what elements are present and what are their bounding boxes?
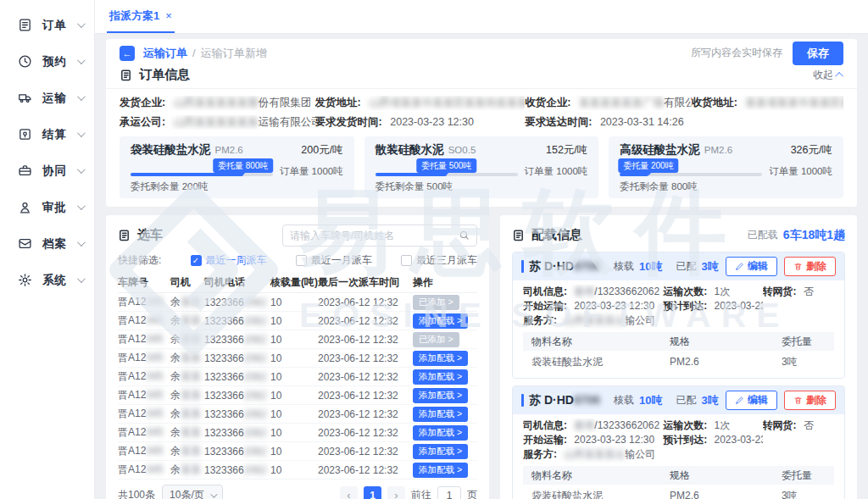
driver-cell: 余某某 <box>170 425 204 440</box>
filter-label: 最近一周派车 <box>206 253 267 268</box>
tab-dispatch-plan[interactable]: 指派方案1 × <box>107 0 175 33</box>
pair-label: 运输次数: <box>663 419 707 431</box>
material-column-header: 委托量 <box>782 335 826 349</box>
gear-icon <box>18 273 32 287</box>
add-load-button[interactable]: 添加配载 > <box>413 369 468 385</box>
sidebar: 订单 预约 运输 结算 协同 审批 档案 <box>0 0 95 499</box>
vehicle-plate: 苏 D·HD8706 <box>529 393 600 408</box>
column-header: 司机 <box>170 275 204 290</box>
archive-icon <box>18 236 32 251</box>
loaded-value: 3吨 <box>702 393 719 408</box>
sidebar-item-label: 审批 <box>42 200 67 215</box>
page-size-select[interactable]: 10条/页 <box>162 485 223 499</box>
driver-cell: 余某某 <box>170 388 204 402</box>
sidebar-item-6[interactable]: 审批 <box>0 189 94 225</box>
chevron-up-icon <box>835 71 843 80</box>
loaded-summary-value: 6车18吨1趟 <box>783 228 845 243</box>
capacity-cell: 10 <box>270 464 318 476</box>
order-quantity: 订单量 1000吨 <box>280 165 343 179</box>
order-field: 发货企业: 山西某某某某某股份有限集团 <box>120 96 315 110</box>
breadcrumb-current: 运输订单新增 <box>201 46 267 61</box>
load-info-pair: 开始运输: 2023-03-23 12:30 <box>523 433 663 447</box>
vehicle-search-input[interactable] <box>290 230 459 241</box>
chevron-down-icon <box>77 129 86 137</box>
sidebar-item-8[interactable]: 系统 <box>0 262 94 298</box>
vehicle-row: 晋A12345 余某某 13233662062 10 2023-06-12 12… <box>118 461 477 480</box>
sidebar-item-1[interactable]: 订单 <box>0 7 94 43</box>
capacity-value: 10吨 <box>639 259 662 274</box>
vehicle-plate: 苏 D·HD8706 <box>529 259 600 274</box>
goto-page-input[interactable] <box>437 486 461 499</box>
remaining-quantity: 委托剩余量 200吨 <box>131 180 343 193</box>
prev-page-button[interactable]: ‹ <box>340 486 358 499</box>
close-icon[interactable]: × <box>165 9 172 22</box>
add-load-button[interactable]: 添加配载 > <box>413 444 468 459</box>
sidebar-item-5[interactable]: 协同 <box>0 152 94 189</box>
material-column-header: 物料名称 <box>531 335 670 349</box>
delete-button[interactable]: 删除 <box>784 257 836 276</box>
chevron-down-icon <box>77 202 86 210</box>
filter-option-3[interactable]: 最近三月派车 <box>401 253 477 268</box>
plate-cell: 晋A12345 <box>118 444 170 458</box>
pair-value: 姜维/13233662062 <box>574 419 659 431</box>
checkbox-icon[interactable] <box>296 255 307 266</box>
breadcrumb-parent-link[interactable]: 运输订单 <box>143 46 187 61</box>
edit-button[interactable]: 编辑 <box>726 391 777 410</box>
sidebar-item-4[interactable]: 结算 <box>0 116 94 152</box>
clipboard-icon <box>120 69 132 81</box>
checkbox-icon[interactable]: ✓ <box>191 255 202 266</box>
search-icon[interactable] <box>459 230 470 241</box>
sidebar-item-2[interactable]: 预约 <box>0 43 94 80</box>
driver-cell: 余某某 <box>170 407 204 421</box>
column-header: 核载量(吨) <box>270 275 318 290</box>
add-load-button[interactable]: 添加配载 > <box>413 463 468 478</box>
order-info-card: ← 运输订单 / 运输订单新增 所写内容会实时保存 保存 订单信息 收起 <box>106 39 857 207</box>
add-load-button[interactable]: 添加配载 > <box>413 425 468 441</box>
vehicle-select-title: 选车 <box>137 227 163 243</box>
column-header: 车牌号 <box>118 275 170 290</box>
filter-label: 最近三月派车 <box>416 253 477 268</box>
action-cell: 添加配载 > <box>413 351 468 366</box>
load-info-pair: 司机信息: 姜维/13233662062 <box>523 285 663 299</box>
order-fields: 发货企业: 山西某某某某某股份有限集团 发货地址: 山西省某某市某某区某某街道某… <box>120 96 843 130</box>
bottom-panels: 选车 快捷筛选: ✓ 最近一周派车 最近一月派车 <box>106 215 857 499</box>
next-page-button[interactable]: › <box>387 486 405 499</box>
add-load-button[interactable]: 添加配载 > <box>413 313 468 329</box>
capacity-cell: 10 <box>270 297 318 308</box>
sidebar-item-7[interactable]: 档案 <box>0 225 94 262</box>
edit-button[interactable]: 编辑 <box>726 257 777 276</box>
current-page[interactable]: 1 <box>364 486 381 499</box>
add-load-button[interactable]: 添加配载 > <box>413 407 468 422</box>
vehicle-table-header: 车牌号司机司机电话核载量(吨)最后一次派车时间操作 <box>118 273 477 293</box>
order-quantity: 订单量 1000吨 <box>525 165 588 179</box>
collapse-toggle[interactable]: 收起 <box>813 68 843 82</box>
pair-value: 2023-03-23 12:30 <box>574 434 654 446</box>
filter-option-1[interactable]: ✓ 最近一周派车 <box>191 253 267 268</box>
load-info-pair: 运输次数: 1次 <box>663 419 762 433</box>
action-cell: 添加配载 > <box>413 407 468 422</box>
add-load-button[interactable]: 添加配载 > <box>413 388 468 403</box>
back-button[interactable]: ← <box>120 46 135 61</box>
pair-label: 开始运输: <box>523 434 567 446</box>
pair-label: 转网货: <box>763 419 797 431</box>
entrust-badge: 委托量 500吨 <box>416 158 476 173</box>
last-dispatch-cell: 2023-06-12 12:32 <box>318 352 413 364</box>
last-dispatch-cell: 2023-06-12 12:32 <box>318 371 413 383</box>
vehicle-row: 晋A12345 余某某 13233662062 10 2023-06-12 12… <box>118 312 477 330</box>
phone-cell: 13233662062 <box>204 464 270 476</box>
vehicle-row: 晋A12345 余某某 13233662062 10 2023-06-12 12… <box>118 386 477 405</box>
order-info-title: 订单信息 <box>139 67 190 83</box>
app-window: 订单 预约 运输 结算 协同 审批 档案 <box>0 0 868 499</box>
product-card: 袋装硅酸盐水泥 PM2.6 200元/吨 委托量 800吨 订单量 1000吨 … <box>120 136 354 198</box>
quick-filters: 快捷筛选: ✓ 最近一周派车 最近一月派车 最近三月派车 <box>118 252 477 269</box>
filter-option-2[interactable]: 最近一月派车 <box>296 253 372 268</box>
driver-cell: 余某某 <box>170 463 204 477</box>
column-header: 最后一次派车时间 <box>318 275 413 290</box>
sidebar-item-3[interactable]: 运输 <box>0 80 94 116</box>
last-dispatch-cell: 2023-06-12 12:32 <box>318 464 413 476</box>
loaded-label: 已配 <box>676 393 697 408</box>
save-button[interactable]: 保存 <box>793 42 843 65</box>
checkbox-icon[interactable] <box>401 255 412 266</box>
add-load-button[interactable]: 添加配载 > <box>413 351 468 366</box>
delete-button[interactable]: 删除 <box>784 391 836 410</box>
